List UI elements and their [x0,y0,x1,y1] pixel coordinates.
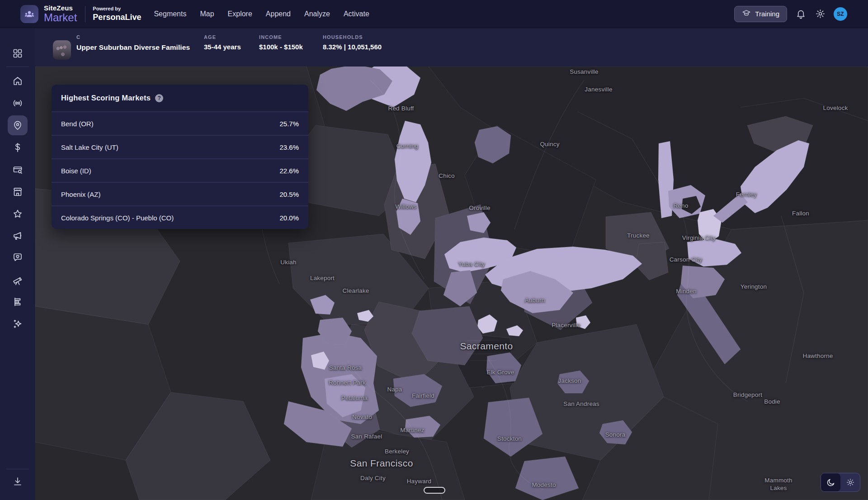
nav-append[interactable]: Append [266,10,291,18]
powered-by-name: PersonaLive [93,13,141,21]
card-search-icon[interactable] [8,160,28,180]
nav-segments[interactable]: Segments [154,10,186,18]
chat-heart-icon[interactable] [8,248,28,267]
storefront-icon[interactable] [8,182,28,202]
map-canvas[interactable]: SusanvilleJanesvilleLovelockRed BluffCor… [35,67,868,500]
sidebar-divider [6,67,29,67]
market-name: Salt Lake City (UT) [61,143,118,151]
training-label: Training [755,10,779,18]
powered-by-block: Powered by PersonaLive [93,6,141,21]
training-button[interactable]: Training [734,6,787,22]
broadcast-icon[interactable] [8,93,28,113]
market-name: Bend (OR) [61,120,94,128]
user-avatar[interactable]: SZ [834,7,847,21]
megaphone-icon[interactable] [8,226,28,246]
product-name: Market [44,12,77,23]
market-name: Boise (ID) [61,167,91,175]
segment-name: Upper Suburban Diverse Families [76,43,190,52]
stat-households-value: 8.32% | 10,051,560 [323,43,382,51]
dollar-icon[interactable] [8,138,28,157]
sidebar-bottom-divider [6,469,29,469]
market-row[interactable]: Colorado Springs (CO) - Pueblo (CO) 20.0… [52,205,308,229]
stat-income-value: $100k - $150k [259,43,303,51]
nav-explore[interactable]: Explore [228,10,252,18]
market-row[interactable]: Phoenix (AZ) 20.5% [52,182,308,205]
market-name: Colorado Springs (CO) - Pueblo (CO) [61,214,174,222]
sitezeus-logo-icon[interactable] [20,5,38,23]
segment-thumbnail[interactable] [53,40,71,60]
segment-bar: C Upper Suburban Diverse Families AGE 35… [35,28,868,67]
segment-info: C Upper Suburban Diverse Families [76,34,190,52]
sidebar [0,28,35,500]
nav-analyze[interactable]: Analyze [304,10,330,18]
highest-scoring-markets-panel: Highest Scoring Markets ? Bend (OR) 25.7… [52,85,308,229]
stat-households: HOUSEHOLDS 8.32% | 10,051,560 [323,34,382,51]
panel-title: Highest Scoring Markets [61,94,151,102]
powered-by-label: Powered by [93,6,141,11]
telescope-icon[interactable] [8,271,28,290]
moon-icon[interactable] [821,473,840,491]
graduation-cap-icon [742,9,751,19]
bell-icon[interactable] [795,8,807,20]
market-score: 20.0% [279,214,299,222]
market-row[interactable]: Salt Lake City (UT) 23.6% [52,135,308,158]
stat-income-label: INCOME [259,34,303,40]
main-nav: Segments Map Explore Append Analyze Acti… [154,10,369,18]
stat-age-value: 35-44 years [204,43,241,51]
panel-header: Highest Scoring Markets ? [52,85,308,111]
stat-age: AGE 35-44 years [204,34,241,51]
nav-map[interactable]: Map [200,10,214,18]
stat-households-label: HOUSEHOLDS [323,34,382,40]
market-score: 23.6% [279,143,299,151]
question-icon[interactable]: ? [155,94,163,102]
market-row[interactable]: Boise (ID) 22.6% [52,158,308,182]
report-flag-icon[interactable] [8,292,28,312]
brand: SiteZeus Market Powered by PersonaLive [20,5,141,23]
gear-icon[interactable] [814,8,826,20]
segment-code: C [76,34,190,40]
market-score: 25.7% [279,120,299,128]
app-name: SiteZeus [44,5,77,11]
market-row[interactable]: Bend (OR) 25.7% [52,111,308,135]
brand-divider [85,6,85,22]
sparkles-icon[interactable] [8,314,28,334]
map-scale-bar [424,487,445,494]
header-actions: Training SZ [734,6,868,22]
market-score: 20.5% [279,190,299,198]
top-bar: SiteZeus Market Powered by PersonaLive S… [0,0,868,28]
location-pin-icon[interactable] [8,115,28,135]
home-icon[interactable] [8,71,28,91]
market-name: Phoenix (AZ) [61,190,101,198]
nav-activate[interactable]: Activate [344,10,369,18]
star-icon[interactable] [8,204,28,224]
app-window: SiteZeus Market Powered by PersonaLive S… [0,0,868,500]
brand-text: SiteZeus Market [44,5,77,23]
apps-grid-icon[interactable] [8,43,28,63]
market-score: 22.6% [279,167,299,175]
map-theme-toggle [821,473,860,492]
sun-icon[interactable] [840,473,860,491]
download-icon[interactable] [8,471,28,491]
stat-age-label: AGE [204,34,241,40]
stat-income: INCOME $100k - $150k [259,34,303,51]
